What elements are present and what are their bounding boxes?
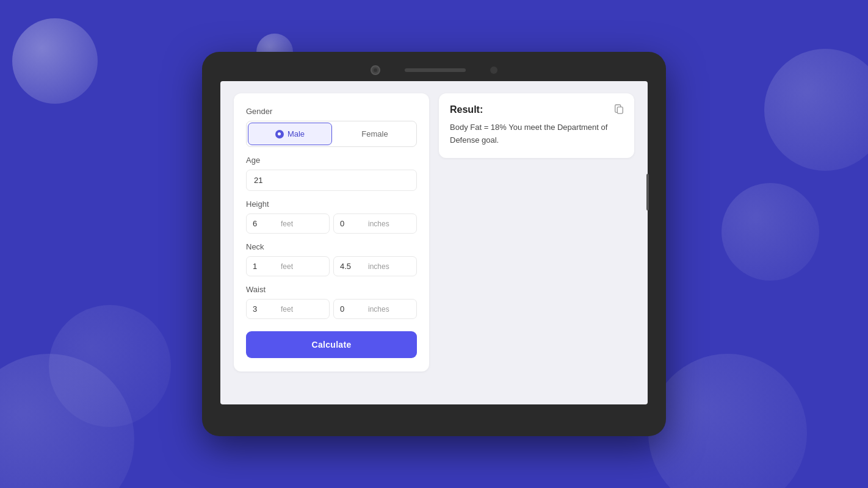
calculate-button[interactable]: Calculate [246,331,417,358]
waist-inches-field: inches [333,299,417,319]
neck-inches-field: inches [333,256,417,276]
height-group: Height feet inches [246,199,417,234]
waist-row: feet inches [246,299,417,319]
neck-label: Neck [246,242,417,251]
height-inches-field: inches [333,214,417,234]
result-body: Body Fat = 18% You meet the Department o… [450,121,623,147]
female-label: Female [361,129,388,138]
bg-bubble-3 [764,49,868,171]
scroll-indicator [646,174,649,210]
waist-inches-input[interactable] [340,304,364,314]
copy-button[interactable] [612,102,626,117]
waist-group: Waist feet inches [246,285,417,319]
neck-feet-unit: feet [281,262,293,271]
neck-inches-unit: inches [368,262,389,271]
waist-feet-field: feet [246,299,330,319]
tablet-top-bar [202,58,666,81]
waist-feet-unit: feet [281,305,293,314]
neck-inches-input[interactable] [340,262,364,271]
bg-bubble-1 [12,18,98,104]
gender-group: Gender Male Female [246,107,417,147]
result-title: Result: [450,104,623,115]
result-panel: Result: Body Fat = 18% You meet the Depa… [439,93,634,158]
bg-bubble-7 [722,183,819,281]
bg-bubble-5 [49,305,171,427]
height-feet-input[interactable] [253,219,277,228]
sensor [490,66,497,74]
gender-toggle: Male Female [246,121,417,147]
male-label: Male [288,129,305,138]
tablet-device: Gender Male Female Age Height [202,52,666,436]
svg-rect-0 [617,107,623,113]
age-group: Age [246,156,417,191]
tablet-screen: Gender Male Female Age Height [220,81,648,404]
male-button[interactable]: Male [248,123,332,145]
height-label: Height [246,199,417,209]
age-input[interactable] [246,170,417,191]
copy-icon [613,103,624,114]
age-label: Age [246,156,417,165]
height-row: feet inches [246,214,417,234]
speaker [405,68,466,72]
neck-row: feet inches [246,256,417,276]
neck-feet-field: feet [246,256,330,276]
bg-bubble-6 [648,354,807,488]
height-inches-unit: inches [368,220,389,228]
form-panel: Gender Male Female Age Height [234,93,429,371]
height-feet-field: feet [246,214,330,234]
neck-group: Neck feet inches [246,242,417,276]
waist-feet-input[interactable] [253,304,277,314]
height-feet-unit: feet [281,220,293,228]
height-inches-input[interactable] [340,219,364,228]
front-camera [371,65,380,75]
waist-inches-unit: inches [368,305,389,314]
gender-label: Gender [246,107,417,116]
waist-label: Waist [246,285,417,294]
radio-dot-male [275,130,284,138]
neck-feet-input[interactable] [253,262,277,271]
female-button[interactable]: Female [333,121,416,146]
